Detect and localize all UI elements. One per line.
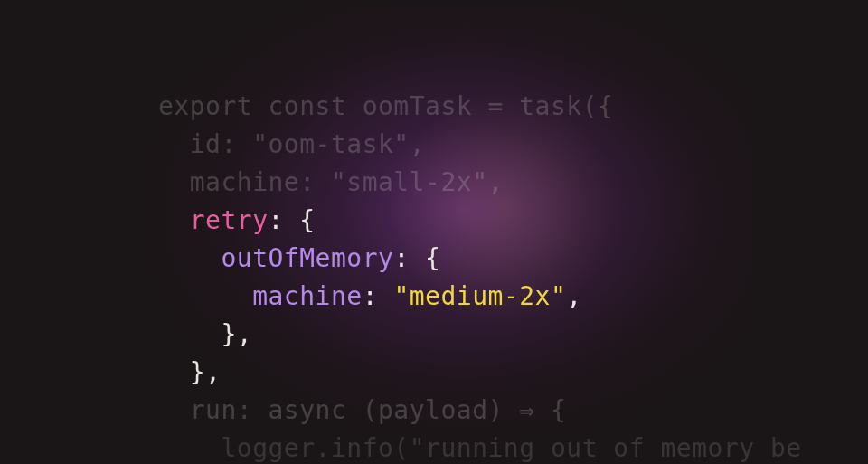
code-snippet: export const oomTask = task({ id: "oom-t…	[158, 50, 802, 464]
code-line-6-comma: ,	[566, 281, 581, 311]
code-retry-key: retry	[190, 205, 269, 235]
code-line-2-string: "oom-task"	[252, 129, 410, 159]
code-line-10-b: "running out of memory be	[410, 433, 802, 463]
code-line-5-punct: : {	[393, 243, 440, 273]
code-line-3-key: machine:	[158, 167, 331, 197]
code-line-9-arrow: ⇒	[519, 395, 534, 425]
code-line-4-indent	[158, 205, 190, 235]
code-line-7: },	[158, 319, 252, 349]
code-line-2-key: id:	[158, 129, 252, 159]
code-line-1: export const oomTask = task({	[158, 91, 613, 121]
code-line-10-a: logger.info(	[158, 433, 410, 463]
code-line-3-comma: ,	[488, 167, 504, 197]
code-line-8: },	[158, 357, 221, 387]
code-line-6-indent	[158, 281, 252, 311]
code-line-6-colon: :	[363, 281, 394, 311]
code-line-2-comma: ,	[410, 129, 425, 159]
code-line-9-b: {	[535, 395, 567, 425]
code-line-4-punct: : {	[269, 205, 316, 235]
code-machine-key: machine	[252, 281, 363, 311]
code-outofmemory-key: outOfMemory	[221, 243, 393, 273]
code-line-3-string: "small-2x"	[331, 167, 488, 197]
code-line-9-a: run: async (payload)	[158, 395, 519, 425]
code-machine-value: "medium-2x"	[393, 281, 566, 311]
code-line-5-indent	[158, 243, 221, 273]
